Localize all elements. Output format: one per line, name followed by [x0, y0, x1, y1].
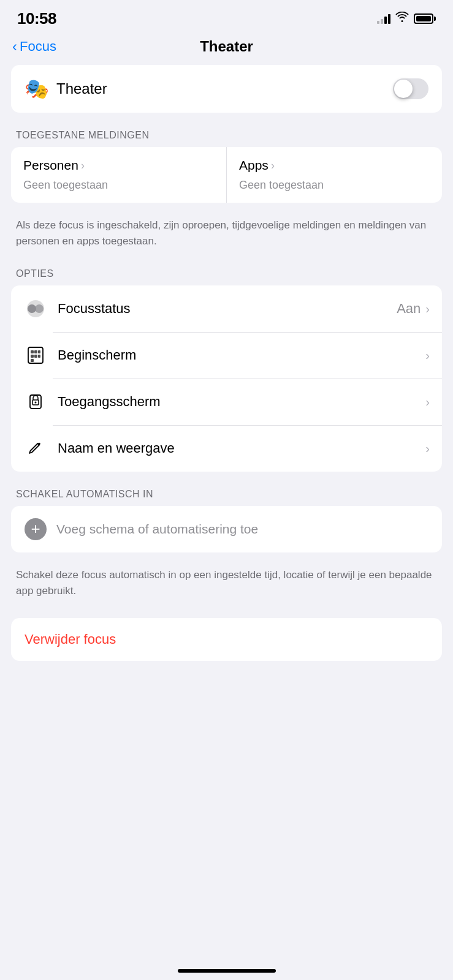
toegangsscherm-row[interactable]: Toegangsscherm ›	[11, 379, 442, 425]
svg-rect-4	[31, 350, 34, 353]
home-indicator	[178, 969, 276, 973]
options-section-header: OPTIES	[11, 268, 442, 285]
options-card: Focusstatus Aan › Beginscherm ›	[11, 285, 442, 472]
add-schedule-row[interactable]: + Voeg schema of automatisering toe	[11, 506, 442, 552]
focusstatus-row[interactable]: Focusstatus Aan ›	[11, 285, 442, 332]
back-button[interactable]: ‹ Focus	[12, 39, 56, 55]
apps-cell[interactable]: Apps › Geen toegestaan	[227, 147, 442, 203]
content: 🎭 Theater TOEGESTANE MELDINGEN Personen …	[0, 65, 453, 698]
toegangsscherm-chevron-icon: ›	[425, 395, 430, 409]
auto-activate-description: Schakel deze focus automatisch in op een…	[11, 560, 442, 601]
auto-activate-card: + Voeg schema of automatisering toe	[11, 506, 442, 552]
home-screen-icon	[23, 343, 48, 368]
page-title: Theater	[200, 38, 253, 55]
auto-section-header: SCHAKEL AUTOMATISCH IN	[11, 489, 442, 506]
theater-toggle-left: 🎭 Theater	[25, 77, 107, 100]
persons-sub: Geen toegestaan	[23, 179, 214, 192]
persons-chevron-icon: ›	[81, 159, 85, 172]
apps-label: Apps	[239, 158, 268, 173]
delete-focus-card: Verwijder focus	[11, 618, 442, 661]
delete-focus-label: Verwijder focus	[25, 631, 116, 647]
svg-point-2	[35, 304, 44, 313]
beginscherm-label: Beginscherm	[58, 347, 425, 363]
edit-icon	[23, 436, 48, 461]
lock-screen-icon	[23, 390, 48, 414]
focusstatus-label: Focusstatus	[58, 301, 397, 317]
nav-header: ‹ Focus Theater	[0, 33, 453, 65]
persons-cell-title: Personen ›	[23, 158, 214, 173]
notifications-card: Personen › Geen toegestaan Apps › Geen t…	[11, 147, 442, 203]
theater-toggle-label: Theater	[56, 80, 107, 97]
svg-rect-10	[31, 359, 34, 362]
back-chevron-icon: ‹	[12, 39, 17, 54]
apps-sub: Geen toegestaan	[239, 179, 430, 192]
svg-rect-9	[38, 355, 40, 358]
beginscherm-chevron-icon: ›	[425, 349, 430, 363]
focusstatus-value: Aan	[397, 301, 421, 317]
battery-icon	[414, 13, 436, 24]
svg-rect-5	[34, 350, 37, 353]
svg-rect-6	[38, 350, 40, 353]
delete-focus-row[interactable]: Verwijder focus	[11, 618, 442, 661]
naam-weergave-row[interactable]: Naam en weergave ›	[11, 425, 442, 472]
naam-weergave-label: Naam en weergave	[58, 440, 425, 456]
notifications-section-header: TOEGESTANE MELDINGEN	[11, 130, 442, 147]
focus-status-icon	[23, 296, 48, 321]
back-label: Focus	[20, 39, 56, 55]
persons-cell[interactable]: Personen › Geen toegestaan	[11, 147, 227, 203]
signal-icon	[377, 13, 390, 24]
focusstatus-chevron-icon: ›	[425, 302, 430, 316]
toegangsscherm-label: Toegangsscherm	[58, 394, 425, 410]
apps-chevron-icon: ›	[271, 159, 275, 172]
notifications-description: Als deze focus is ingeschakeld, zijn opr…	[11, 210, 442, 251]
svg-rect-7	[31, 355, 34, 358]
add-schedule-label: Voeg schema of automatisering toe	[56, 522, 258, 537]
status-time: 10:58	[17, 9, 56, 28]
svg-point-1	[28, 304, 36, 313]
theater-toggle-card: 🎭 Theater	[11, 65, 442, 113]
apps-cell-title: Apps ›	[239, 158, 430, 173]
theater-toggle-switch[interactable]	[393, 78, 428, 99]
status-bar: 10:58	[0, 0, 453, 33]
svg-point-13	[35, 402, 37, 404]
add-schedule-icon: +	[25, 518, 47, 540]
persons-label: Personen	[23, 158, 78, 173]
toggle-knob	[394, 80, 413, 98]
naam-weergave-chevron-icon: ›	[425, 442, 430, 456]
theater-emoji-icon: 🎭	[25, 77, 47, 100]
status-icons	[377, 12, 436, 26]
wifi-icon	[395, 12, 409, 26]
svg-rect-8	[34, 355, 37, 358]
beginscherm-row[interactable]: Beginscherm ›	[11, 332, 442, 379]
